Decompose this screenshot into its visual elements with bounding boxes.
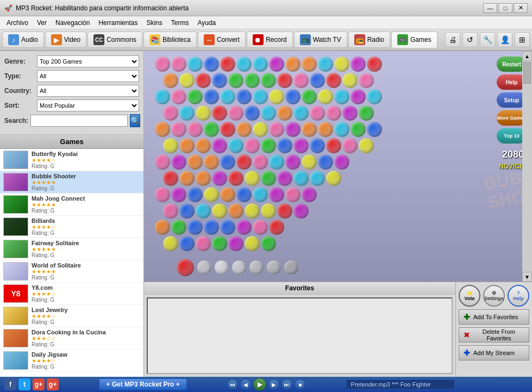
game-rating: Rating: G <box>32 297 140 303</box>
prev-button[interactable]: ⏮ <box>227 379 238 390</box>
game-list-item[interactable]: Billiards ★★★★☆ Rating: G <box>0 216 143 238</box>
close-button[interactable]: ✕ <box>514 3 528 13</box>
menu-herramientas[interactable]: Herramientas <box>94 18 142 28</box>
rewind-button[interactable]: ◀ <box>240 379 251 390</box>
game-list-item[interactable]: Bubble Shooter ★★★★★ Rating: G <box>0 171 143 194</box>
settings-action-button[interactable]: ⚙ Settings <box>483 285 505 307</box>
tab-video[interactable]: ▶ Video <box>45 32 86 48</box>
launcher-ball <box>215 260 229 275</box>
bubble <box>155 154 170 170</box>
twitter-icon[interactable]: t <box>18 378 30 390</box>
tab-watch[interactable]: 📺 Watch TV <box>294 32 347 48</box>
bubble <box>187 122 203 137</box>
game-rating: Rating: G <box>32 252 140 258</box>
audio-tab-icon: ♪ <box>8 34 19 45</box>
bubble <box>212 105 227 121</box>
maximize-button[interactable]: □ <box>498 3 512 13</box>
minimize-button[interactable]: — <box>483 3 497 13</box>
game-list-item[interactable]: Daily Jigsaw ★★★★☆ Rating: G <box>0 350 143 372</box>
game-score: 2080 <box>502 149 524 160</box>
bubble <box>212 236 227 251</box>
account-button[interactable]: 👤 <box>497 32 512 47</box>
tab-convert[interactable]: ↔ Convert <box>198 32 246 48</box>
settings-button[interactable]: 🔧 <box>480 32 495 47</box>
genre-select[interactable]: Top 200 Games Action Puzzle <box>37 55 139 67</box>
tab-audio[interactable]: ♪ Audio <box>2 32 44 48</box>
game-name: Butterfly Kyodai <box>32 151 140 157</box>
vote-button[interactable]: ⭐ Vote <box>459 285 480 307</box>
bubble <box>187 154 203 170</box>
game-stars: ★★★★★ <box>32 246 140 252</box>
grid-button[interactable]: ⊞ <box>515 32 530 47</box>
game-name: Fairway Solitaire <box>32 240 140 246</box>
add-stream-button[interactable]: ✚ Add My Stream <box>459 345 529 360</box>
promo-button[interactable]: + Get MP3 Rocket Pro + <box>99 378 186 390</box>
game-info: Mah Jong Connect ★★★★★ Rating: G <box>32 195 140 214</box>
bubble <box>359 138 374 153</box>
game-list-item[interactable]: Lost Jewelry ★★★★☆ Rating: G <box>0 305 143 327</box>
print-button[interactable]: 🖨 <box>445 32 460 47</box>
menu-navegacion[interactable]: Navegación <box>51 18 94 28</box>
game-rating: Rating: G <box>32 208 140 214</box>
type-select[interactable]: All <box>37 70 139 82</box>
bubble-row <box>163 138 483 153</box>
menu-archivo[interactable]: Archivo <box>2 18 33 28</box>
scroll-up-button[interactable]: ▲ <box>522 51 532 61</box>
search-button[interactable]: 🔍 <box>130 114 140 127</box>
googleplus-icon[interactable]: g+ <box>33 378 45 390</box>
bubble <box>285 154 301 170</box>
game-list-item[interactable]: Y8 Y8.com ★★★★☆ Rating: G <box>0 283 143 305</box>
bubble <box>204 154 219 170</box>
volume-slider[interactable] <box>495 383 528 386</box>
scroll-thumb[interactable] <box>523 62 531 84</box>
games-list-header: Games <box>0 135 143 149</box>
bubble <box>253 122 268 137</box>
bubble-row <box>163 203 483 219</box>
watch-tab-label: Watch TV <box>313 36 341 43</box>
delete-favorites-button[interactable]: ✖ Delete From Favorites <box>459 327 529 343</box>
forward-button[interactable]: ▶ <box>268 379 279 390</box>
country-select[interactable]: All <box>37 85 139 97</box>
bubble <box>155 122 170 137</box>
menu-ver[interactable]: Ver <box>33 18 51 28</box>
tab-biblioteca[interactable]: 📚 Biblioteca <box>143 32 197 48</box>
help-action-button[interactable]: ? Help <box>508 285 529 307</box>
refresh-button[interactable]: ↺ <box>462 32 478 47</box>
facebook-icon[interactable]: f <box>4 378 16 390</box>
game-list-item[interactable]: Fairway Solitaire ★★★★★ Rating: G <box>0 238 143 260</box>
bubble <box>228 203 243 219</box>
game-list-item[interactable]: Dora Cooking in la Cucina ★★★☆☆ Rating: … <box>0 327 143 350</box>
menu-terms[interactable]: Terms <box>167 18 193 28</box>
sort-select[interactable]: Most Popular Alphabetical <box>37 99 139 111</box>
bubble <box>220 89 235 104</box>
menu-ayuda[interactable]: Ayuda <box>193 18 220 28</box>
bubble <box>187 89 203 104</box>
bubble <box>179 73 195 88</box>
bubble <box>326 171 341 186</box>
googleplus2-icon[interactable]: g+ <box>47 378 59 390</box>
scroll-down-button[interactable]: ▼ <box>522 272 532 282</box>
add-favorites-button[interactable]: ✚ Add To Favorites <box>459 309 529 325</box>
next-button[interactable]: ⏭ <box>281 379 292 390</box>
game-thumbnail <box>3 240 28 258</box>
stop-button[interactable]: ■ <box>295 379 305 390</box>
menu-skins[interactable]: Skins <box>142 18 166 28</box>
bubble <box>334 89 349 104</box>
game-name: Lost Jewelry <box>32 307 140 313</box>
bubble <box>277 203 292 219</box>
tab-games[interactable]: 🎮 Games <box>391 32 437 48</box>
game-list-item[interactable]: World of Solitaire ★★★★★ Rating: G <box>0 260 143 283</box>
bubble <box>261 138 276 153</box>
game-stars: ★★★★★ <box>32 179 140 185</box>
game-list-item[interactable]: Butterfly Kyodai ★★★★☆ Rating: G <box>0 149 143 171</box>
radio-tab-icon: 📻 <box>354 34 365 45</box>
tab-record[interactable]: ⏺ Record <box>247 32 293 48</box>
game-list-item[interactable]: Mah Jong Connect ★★★★★ Rating: G <box>0 194 143 216</box>
vote-label: Vote <box>465 296 475 301</box>
game-thumbnail <box>3 307 28 325</box>
play-button[interactable]: ▶ <box>253 378 266 391</box>
search-input[interactable] <box>30 115 128 127</box>
tab-commons[interactable]: CC Commons <box>87 32 142 48</box>
tab-radio[interactable]: 📻 Radio <box>348 32 390 48</box>
game-thumbnail <box>3 351 28 370</box>
